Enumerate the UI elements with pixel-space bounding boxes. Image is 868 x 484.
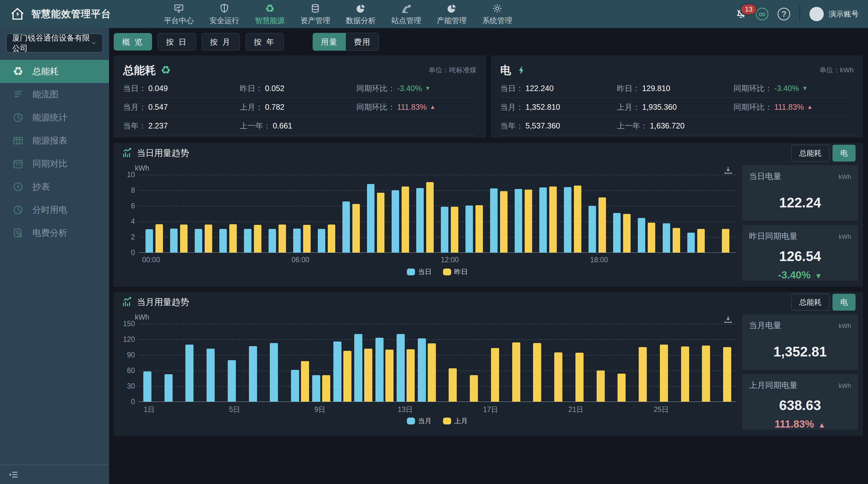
chart-header: 当日用量趋势 总能耗 电 xyxy=(114,143,863,163)
x-tick-label: 18:00 xyxy=(590,256,608,264)
link-icon[interactable]: ∞ xyxy=(756,8,768,20)
bar-当日 xyxy=(146,229,153,253)
x-tick-label: 9日 xyxy=(314,405,326,415)
nav-item-label: 站点管理 xyxy=(391,16,421,26)
nav-item-资产管理[interactable]: 资产管理 xyxy=(300,3,330,26)
plot-area xyxy=(138,324,736,402)
nav-item-安全运行[interactable]: 安全运行 xyxy=(209,3,239,26)
x-axis: 1日5日9日13日17日21日25日 xyxy=(138,402,736,414)
bar-group-27日 xyxy=(691,324,712,402)
nav-item-数据分析[interactable]: 数据分析 xyxy=(346,3,376,26)
bar-当月 xyxy=(291,370,299,402)
company-selector[interactable]: 厦门锐谷通信设备有限公司 xyxy=(6,34,103,52)
card-rows: 当日：122.240昨日：129.810同期环比：-3.40%▼当月：1,352… xyxy=(500,79,854,135)
bar-昨日 xyxy=(451,207,458,253)
card-header: 电 单位：kWh xyxy=(500,61,854,79)
sidebar-item-label: 能流图 xyxy=(32,89,59,101)
panel-title: 当月电量 xyxy=(749,320,781,331)
user-menu[interactable]: 演示账号 xyxy=(809,7,859,21)
unit-label: 单位：吨标准煤 xyxy=(429,65,477,75)
legend-item-昨日[interactable]: 昨日 xyxy=(443,267,468,277)
switch-electricity[interactable]: 电 xyxy=(833,145,856,162)
tab-overview[interactable]: 概 览 xyxy=(114,33,152,51)
tab-usage[interactable]: 用量 xyxy=(313,33,346,51)
legend-item-上月[interactable]: 上月 xyxy=(443,416,468,426)
sidebar-item-抄表[interactable]: 抄表 xyxy=(0,175,109,198)
help-icon[interactable]: ? xyxy=(778,8,790,20)
bar-当日 xyxy=(170,229,178,253)
trend-down-icon: ▼ xyxy=(425,85,431,92)
bar-group-25日 xyxy=(648,324,670,402)
bar-group-4日 xyxy=(205,324,226,402)
bar-昨日 xyxy=(279,225,286,253)
tab-cost[interactable]: 费用 xyxy=(346,33,379,51)
switch-total-energy[interactable]: 总能耗 xyxy=(792,145,829,162)
bar-当日 xyxy=(589,206,596,253)
bar-group-01:00 xyxy=(166,175,191,253)
recycle-icon: ♻ xyxy=(161,64,171,76)
y-tick-label: 2 xyxy=(131,233,135,241)
sidebar-item-总能耗[interactable]: ♻总能耗 xyxy=(0,60,109,83)
pie-icon xyxy=(355,3,366,14)
bar-group-16:00 xyxy=(536,175,560,253)
notifications-button[interactable]: 13 xyxy=(735,8,746,20)
table-icon xyxy=(12,135,24,146)
bar-昨日 xyxy=(229,224,237,253)
bar-昨日 xyxy=(598,197,606,253)
panel-value: 126.54 xyxy=(749,249,851,264)
main-nav: 平台中心安全运行♻智慧能源资产管理数据分析站点管理产能管理系统管理 xyxy=(164,3,512,26)
sidebar-item-同期对比[interactable]: 同期对比 xyxy=(0,152,109,175)
nav-item-label: 产能管理 xyxy=(437,16,467,26)
panel-unit: kWh xyxy=(839,322,851,330)
bar-当日 xyxy=(564,187,571,253)
bar-昨日 xyxy=(328,225,335,253)
legend-item-当日[interactable]: 当日 xyxy=(407,267,432,277)
tab-by-day[interactable]: 按 日 xyxy=(158,33,196,51)
tab-by-month[interactable]: 按 月 xyxy=(202,33,240,51)
tab-by-year[interactable]: 按 年 xyxy=(246,33,284,51)
sidebar-item-能源统计[interactable]: 能源统计 xyxy=(0,106,109,129)
unit-label: 单位：kWh xyxy=(819,65,854,75)
panel-title: 当日电量 xyxy=(749,171,781,182)
shield-icon xyxy=(219,3,230,14)
card-title: 电 xyxy=(500,63,527,78)
switch-total-energy[interactable]: 总能耗 xyxy=(792,294,829,311)
bar-上月 xyxy=(322,375,330,402)
chart-switch: 总能耗 电 xyxy=(792,294,856,311)
sidebar-item-分时用电[interactable]: 分时用电 xyxy=(0,198,109,221)
nav-item-平台中心[interactable]: 平台中心 xyxy=(164,3,194,26)
daily-trend-card: 当日用量趋势 总能耗 电 kWh 1086420 00: xyxy=(114,143,863,287)
bar-group-15:00 xyxy=(511,175,536,253)
plot-area xyxy=(138,175,736,253)
bar-当日 xyxy=(638,218,645,253)
sidebar-item-电费分析[interactable]: 电费分析 xyxy=(0,221,109,245)
sidebar-item-能源报表[interactable]: 能源报表 xyxy=(0,129,109,152)
sidebar-item-能流图[interactable]: 能流图 xyxy=(0,83,109,106)
bar-group-1日 xyxy=(142,324,163,402)
switch-electricity[interactable]: 电 xyxy=(833,294,856,311)
clockpie-icon xyxy=(12,112,24,123)
nav-item-产能管理[interactable]: 产能管理 xyxy=(437,3,467,26)
bar-当月 xyxy=(143,371,151,402)
bar-昨日 xyxy=(574,186,581,253)
nav-item-label: 安全运行 xyxy=(209,16,239,26)
bar-当日 xyxy=(318,229,325,253)
x-tick-label: 5日 xyxy=(229,405,240,415)
this-month-energy-panel: 当月电量 kWh 1,352.81 xyxy=(742,314,858,370)
bar-昨日 xyxy=(525,190,532,253)
bar-当月 xyxy=(207,349,215,402)
stat-cell: 上月：1,935.360 xyxy=(617,102,734,112)
y-tick-label: 10 xyxy=(127,171,135,179)
legend-swatch xyxy=(443,418,451,424)
legend-item-当月[interactable]: 当月 xyxy=(407,416,432,426)
collapse-sidebar-icon[interactable] xyxy=(8,469,19,480)
house-bolt-icon xyxy=(9,6,26,22)
nav-item-系统管理[interactable]: 系统管理 xyxy=(482,3,512,26)
bar-昨日 xyxy=(426,182,434,253)
bar-上月 xyxy=(597,370,605,402)
y-tick-label: 150 xyxy=(123,320,135,328)
nav-item-智慧能源[interactable]: ♻智慧能源 xyxy=(255,3,285,26)
mode-segmented-control: 用量 费用 xyxy=(312,33,379,51)
stat-cell: 上一年：1,636.720 xyxy=(617,121,734,131)
nav-item-站点管理[interactable]: 站点管理 xyxy=(391,3,421,26)
